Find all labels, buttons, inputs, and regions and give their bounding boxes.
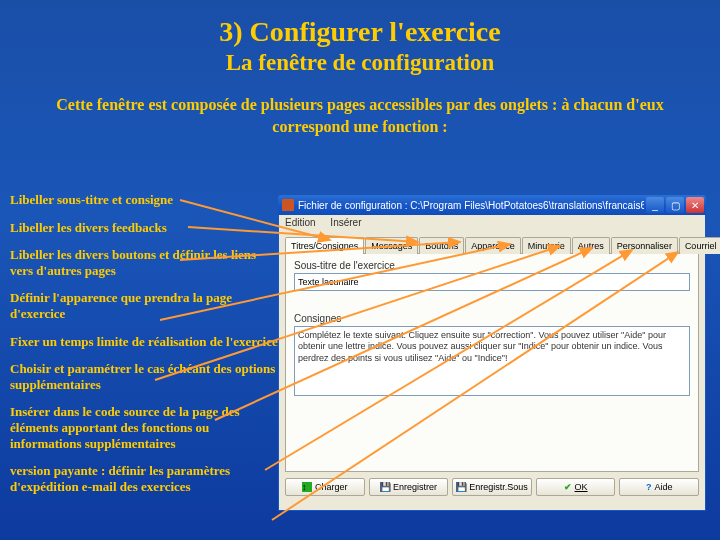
instructions-label: Consignes [294, 313, 690, 324]
app-icon [282, 199, 294, 211]
charger-button[interactable]: ↕Charger [285, 478, 365, 496]
check-icon: ✔ [564, 482, 572, 492]
bullet-item: Libeller sous-titre et consigne [10, 192, 280, 208]
tab-personnaliser[interactable]: Personnaliser [611, 237, 678, 254]
window-body: Edition Insérer Titres/Consignes Message… [278, 215, 706, 511]
button-bar: ↕Charger 💾Enregistrer 💾Enregistr.Sous ✔O… [285, 478, 699, 496]
enregistrer-button[interactable]: 💾Enregistrer [369, 478, 449, 496]
aide-button[interactable]: ?Aide [619, 478, 699, 496]
tab-strip: Titres/Consignes Messages Boutons Appare… [285, 236, 699, 254]
menu-bar: Edition Insérer [279, 215, 705, 230]
ok-button[interactable]: ✔OK [536, 478, 616, 496]
menu-inserer[interactable]: Insérer [330, 217, 361, 228]
subtitle-label: Sous-titre de l'exercice [294, 260, 690, 271]
bullet-list: Libeller sous-titre et consigne Libeller… [10, 192, 280, 506]
maximize-button[interactable]: ▢ [666, 197, 684, 213]
close-button[interactable]: ✕ [686, 197, 704, 213]
swap-icon: ↕ [302, 482, 312, 492]
window-titlebar: Fichier de configuration : C:\Program Fi… [278, 195, 706, 215]
bullet-item: Libeller les divers boutons et définir l… [10, 247, 280, 278]
tab-panel: Sous-titre de l'exercice Consignes Compl… [285, 254, 699, 472]
bullet-item: version payante : définir les paramètres… [10, 463, 280, 494]
tab-minuterie[interactable]: Minuterie [522, 237, 571, 254]
minimize-button[interactable]: _ [646, 197, 664, 213]
tab-messages[interactable]: Messages [365, 237, 418, 254]
help-icon: ? [646, 482, 652, 492]
slide-subtitle: La fenêtre de configuration [0, 50, 720, 76]
tab-apparence[interactable]: Apparence [465, 237, 521, 254]
subtitle-input[interactable] [294, 273, 690, 291]
tab-titres[interactable]: Titres/Consignes [285, 237, 364, 254]
bullet-item: Fixer un temps limite de réalisation de … [10, 334, 280, 350]
save-as-icon: 💾 [456, 482, 466, 492]
tab-autres[interactable]: Autres [572, 237, 610, 254]
enregistrer-sous-button[interactable]: 💾Enregistr.Sous [452, 478, 532, 496]
slide-title: 3) Configurer l'exercice [0, 16, 720, 48]
instructions-textarea[interactable]: Complétez le texte suivant. Cliquez ensu… [294, 326, 690, 396]
slide-intro: Cette fenêtre est composée de plusieurs … [36, 94, 684, 137]
tab-boutons[interactable]: Boutons [419, 237, 464, 254]
bullet-item: Définir l'apparence que prendra la page … [10, 290, 280, 321]
bullet-item: Insérer dans le code source de la page d… [10, 404, 280, 451]
bullet-item: Choisir et paramétrer le cas échéant des… [10, 361, 280, 392]
menu-edition[interactable]: Edition [285, 217, 316, 228]
save-icon: 💾 [380, 482, 390, 492]
config-window: Fichier de configuration : C:\Program Fi… [278, 195, 706, 511]
bullet-item: Libeller les divers feedbacks [10, 220, 280, 236]
tab-courriel[interactable]: Courriel [679, 237, 720, 254]
window-title: Fichier de configuration : C:\Program Fi… [298, 200, 644, 211]
